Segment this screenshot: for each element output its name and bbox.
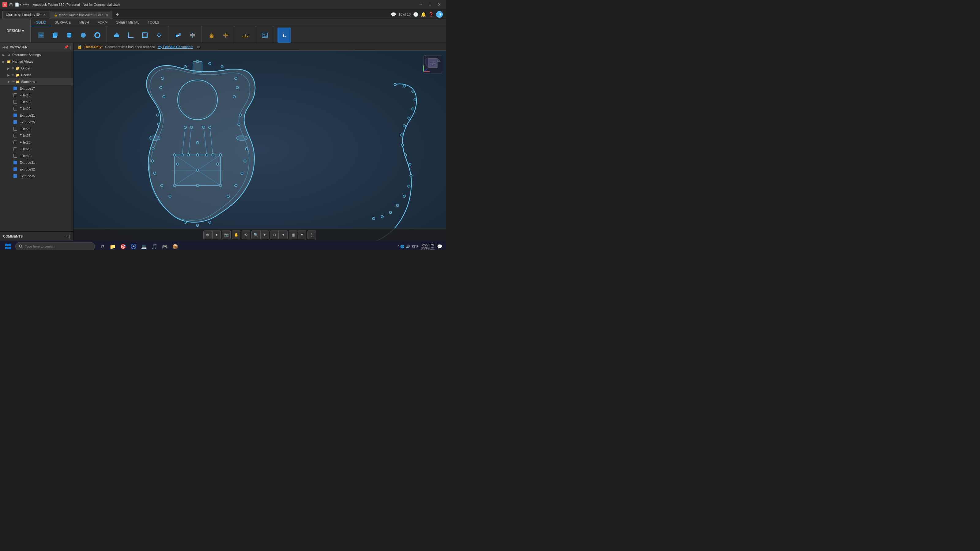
tab-1[interactable]: Ukulele self made v10* ✕ xyxy=(2,11,50,19)
bell-icon[interactable]: 🔔 xyxy=(421,12,426,17)
canvas-viewport[interactable] xyxy=(73,51,446,241)
browser-item-fillet26[interactable]: Fillet26 xyxy=(0,125,73,132)
search-input[interactable] xyxy=(25,245,92,248)
tab-1-close[interactable]: ✕ xyxy=(42,13,46,17)
browser-item-fillet19[interactable]: Fillet19 xyxy=(0,98,73,105)
modify-shell[interactable] xyxy=(138,27,151,43)
file-menu[interactable]: 📄▾ xyxy=(15,2,21,7)
file-explorer-button[interactable]: 📁 xyxy=(108,241,118,250)
notification-button[interactable]: 💬 xyxy=(437,244,442,249)
help-icon[interactable]: ❓ xyxy=(428,12,434,17)
construct-midplane[interactable] xyxy=(219,27,232,43)
tab-2-close[interactable]: ✕ xyxy=(105,13,109,17)
vs-button[interactable]: 💻 xyxy=(139,241,149,250)
new-tab-button[interactable]: + xyxy=(113,11,122,19)
maximize-button[interactable]: □ xyxy=(426,2,434,8)
toolbar-tab-form[interactable]: FORM xyxy=(94,19,112,26)
create-torus-button[interactable] xyxy=(91,27,104,43)
browser-item-fillet27[interactable]: Fillet27 xyxy=(0,132,73,139)
pan-button[interactable]: ✋ xyxy=(232,230,240,239)
browser-item-fillet20[interactable]: Fillet20 xyxy=(0,105,73,112)
svg-point-8 xyxy=(81,33,86,38)
create-new-body-button[interactable] xyxy=(34,27,48,43)
view-cube[interactable]: TOP xyxy=(422,54,444,75)
fusion-button[interactable]: 📦 xyxy=(170,241,180,250)
browser-item-extrude35[interactable]: Extrude35 xyxy=(0,173,73,179)
undo-redo[interactable]: ↩↪ xyxy=(23,2,29,7)
more-options-button[interactable]: ⋮ xyxy=(307,230,316,239)
comment-icon[interactable]: 💬 xyxy=(391,12,396,17)
create-sphere-button[interactable] xyxy=(76,27,90,43)
start-button[interactable] xyxy=(2,241,14,250)
construct-offset-plane[interactable] xyxy=(205,27,218,43)
network-icon[interactable]: 🌐 xyxy=(400,245,404,249)
create-cylinder-button[interactable] xyxy=(62,27,76,43)
banner-dot-menu[interactable]: ••• xyxy=(197,45,200,49)
clock-icon[interactable]: 🕐 xyxy=(413,12,418,17)
show-hidden-icon[interactable]: ^ xyxy=(398,245,399,248)
menu-icon[interactable]: ⊞ xyxy=(9,2,13,7)
griffon-app[interactable]: 🎯 xyxy=(118,241,128,250)
task-view-button[interactable]: ⧉ xyxy=(97,241,107,250)
discord-button[interactable]: 🎮 xyxy=(160,241,170,250)
assemble-rigid[interactable] xyxy=(186,27,199,43)
browser-item-fillet30[interactable]: Fillet30 xyxy=(0,152,73,159)
browser-item-extrude17[interactable]: Extrude17 xyxy=(0,85,73,92)
clock[interactable]: 2:22 PM 8/23/2021 xyxy=(421,243,435,250)
look-at-button[interactable]: ⟲ xyxy=(242,230,250,239)
my-editable-docs-link[interactable]: My Editable Documents xyxy=(158,45,193,49)
zoom-dropdown[interactable]: ▾ xyxy=(260,230,269,239)
zoom-button[interactable]: 🔍 xyxy=(251,230,260,239)
svg-text:TOP: TOP xyxy=(430,62,435,65)
browser-item-extrude31[interactable]: Extrude31 xyxy=(0,159,73,166)
select-button[interactable] xyxy=(277,27,291,43)
modify-move[interactable] xyxy=(152,27,166,43)
browser-item-extrude32[interactable]: Extrude32 xyxy=(0,166,73,173)
browser-item-named-views[interactable]: ▶ 📁 Named Views xyxy=(0,58,73,65)
fillet-icon xyxy=(13,147,17,151)
browser-item-fillet28[interactable]: Fillet28 xyxy=(0,139,73,146)
browser-item-document-settings[interactable]: ▶ ⚙ Document Settings xyxy=(0,51,73,58)
user-icon[interactable]: HT xyxy=(436,11,443,18)
create-box-button[interactable] xyxy=(48,27,62,43)
insert-image[interactable] xyxy=(258,27,272,43)
design-button[interactable]: DESIGN ▾ xyxy=(0,19,30,43)
toolbar-tab-sheet-metal[interactable]: SHEET METAL xyxy=(112,19,143,26)
inspect-measure[interactable] xyxy=(239,27,252,43)
browser-item-extrude25[interactable]: Extrude25 xyxy=(0,119,73,125)
browser-item-sketches[interactable]: ▼ 👁 📁 Sketches xyxy=(0,78,73,85)
modify-press-pull[interactable] xyxy=(110,27,123,43)
toolbar-tab-solid[interactable]: SOLID xyxy=(32,19,51,26)
toolbar-tab-mesh[interactable]: MESH xyxy=(75,19,94,26)
browser-pin-icon[interactable]: 📌 xyxy=(64,45,68,49)
snap-dropdown[interactable]: ▾ xyxy=(212,230,221,239)
spotify-button[interactable]: 🎵 xyxy=(150,241,159,250)
display-mode-button[interactable]: ◻ xyxy=(270,230,279,239)
browser-item-bodies[interactable]: ▶ 👁 📁 Bodies xyxy=(0,71,73,78)
browser-item-extrude21[interactable]: Extrude21 xyxy=(0,112,73,119)
browser-item-fillet18[interactable]: Fillet18 xyxy=(0,92,73,98)
taskbar-search[interactable] xyxy=(15,242,95,250)
chrome-button[interactable] xyxy=(129,241,138,250)
camera-button[interactable]: 📷 xyxy=(222,230,231,239)
snap-button[interactable]: ⊕ xyxy=(204,230,212,239)
svg-rect-4 xyxy=(54,32,57,36)
canvas-area[interactable]: 🔒 Read-Only: Document limit has been rea… xyxy=(73,43,446,241)
toolbar-tab-tools[interactable]: TOOLS xyxy=(144,19,164,26)
browser-item-fillet29[interactable]: Fillet29 xyxy=(0,146,73,152)
close-button[interactable]: ✕ xyxy=(435,2,444,8)
grid-button[interactable]: ▦ xyxy=(289,230,298,239)
assemble-joint[interactable] xyxy=(172,27,185,43)
toolbar-tab-surface[interactable]: SURFACE xyxy=(51,19,75,26)
modify-fillet[interactable] xyxy=(124,27,137,43)
browser-item-origin[interactable]: ▶ 👁 📁 Origin xyxy=(0,65,73,71)
browser-nav-arrows[interactable]: ◀◀ xyxy=(2,45,8,49)
grid-dropdown[interactable]: ▾ xyxy=(298,230,306,239)
read-only-label: Read-Only: xyxy=(84,45,103,49)
tab-2[interactable]: 🔒 tenor ukulele backface v2 v1* ✕ xyxy=(51,11,113,19)
speaker-icon[interactable]: 🔊 xyxy=(406,245,410,249)
display-dropdown[interactable]: ▾ xyxy=(279,230,288,239)
svg-point-60 xyxy=(162,95,165,98)
comments-add-icon[interactable]: + xyxy=(65,234,67,238)
minimize-button[interactable]: ─ xyxy=(417,2,425,8)
